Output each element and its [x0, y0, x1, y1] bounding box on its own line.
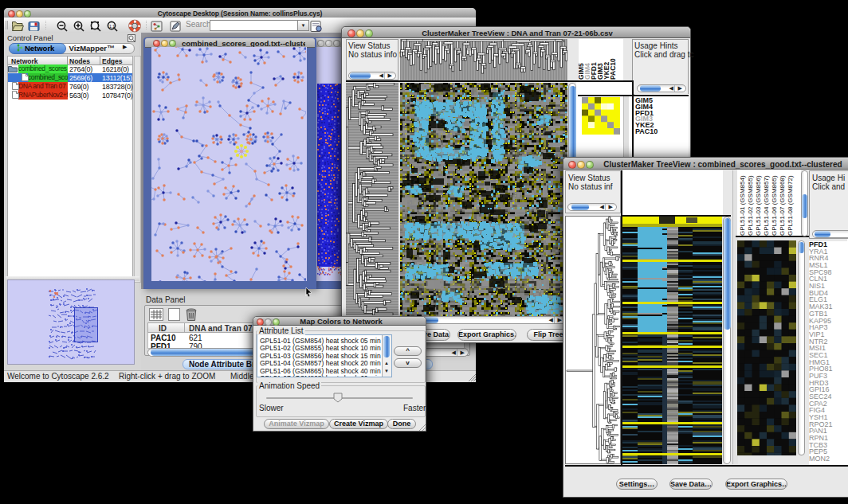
svg-text:GPL51-08 (GSM872): GPL51-08 (GSM872) — [787, 175, 794, 236]
svg-text:1:1: 1:1 — [109, 24, 115, 29]
svg-text:GPL51-03 (GSM856): GPL51-03 (GSM856) — [755, 175, 762, 236]
svg-text:GPL51-07 (GSM868): GPL51-07 (GSM868) — [779, 175, 786, 236]
svg-text:PAC10: PAC10 — [609, 58, 617, 80]
svg-text:GPL51-01 (GSM854): GPL51-01 (GSM854) — [739, 175, 746, 236]
svg-text:GPL51-04 (GSM857): GPL51-04 (GSM857) — [763, 175, 770, 236]
svg-text:GPL51-06 (GSM865): GPL51-06 (GSM865) — [771, 175, 778, 236]
svg-text:GPL51-02 (GSM855): GPL51-02 (GSM855) — [747, 175, 754, 236]
